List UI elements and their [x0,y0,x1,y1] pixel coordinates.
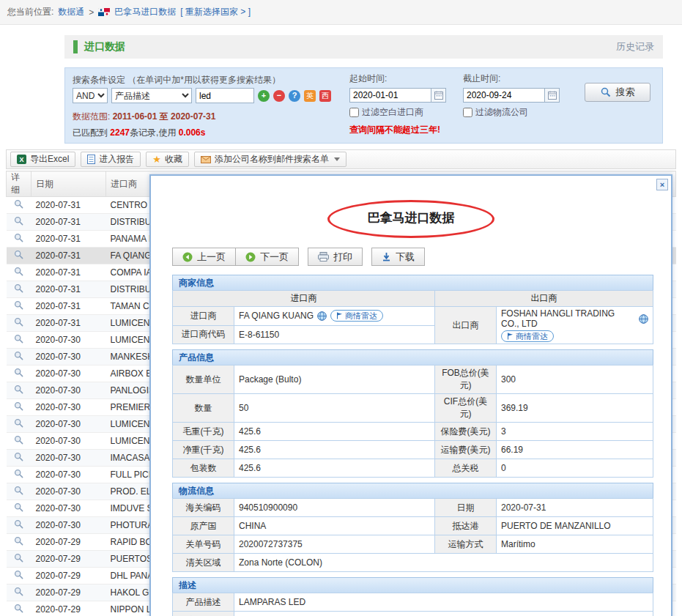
filter-blank-importer-checkbox[interactable] [349,108,359,117]
importer-name: FA QIANG KUANG [239,311,314,321]
reselect-country-link[interactable]: [ 重新选择国家 > ] [180,6,251,18]
row-detail-magnifier-icon[interactable] [14,267,23,276]
row-date: 2020-07-30 [31,500,106,517]
next-page-button[interactable]: 下一页 [235,248,299,266]
row-detail-magnifier-icon[interactable] [14,300,23,310]
field-label: 数量 [173,394,234,423]
keyword-input[interactable] [196,88,254,103]
next-page-label: 下一页 [260,251,289,264]
row-detail-magnifier-icon[interactable] [14,435,23,445]
caret-down-icon [334,157,340,161]
globe-icon[interactable] [639,314,648,324]
start-calendar-icon[interactable] [431,88,446,103]
flag-icon [507,333,514,340]
field-value: 50 [234,394,435,423]
matched-line: 已匹配到 2247条记录,使用 0.006s [73,127,205,139]
export-excel-button[interactable]: X 导出Excel [10,152,75,167]
search-field-select[interactable]: 产品描述 [111,88,192,103]
row-date: 2020-07-29 [31,534,106,551]
field-label: 清关区域 [173,554,234,572]
field-label: 关单号码 [173,535,234,554]
radar-badge[interactable]: 商情雷达 [501,330,554,342]
row-detail-magnifier-icon[interactable] [14,553,23,563]
row-detail-magnifier-icon[interactable] [14,486,23,495]
modal-close-button[interactable]: × [656,179,668,190]
add-to-email-button[interactable]: 添加公司名称到邮件搜索名单 [194,152,346,167]
logistics-section-header: 物流信息 [172,483,653,498]
row-date: 2020-07-30 [31,483,106,500]
search-button[interactable]: 搜索 [585,83,651,102]
row-date: 2020-07-30 [31,399,106,416]
breadcrumb: 您当前位置: 数据通 > 巴拿马进口数据 [ 重新选择国家 > ] [0,0,682,25]
row-detail-magnifier-icon[interactable] [14,233,23,242]
enter-report-label: 进入报告 [99,153,134,166]
importer-col-header: 进口商 [173,291,435,307]
row-detail-magnifier-icon[interactable] [14,250,23,259]
row-detail-magnifier-icon[interactable] [14,401,23,411]
description-table: 产品描述LAMPARAS LED编码描述 [172,593,653,616]
row-detail-magnifier-icon[interactable] [14,536,23,546]
start-date-input[interactable] [349,88,431,103]
prev-page-button[interactable]: 上一页 [172,248,236,266]
row-detail-magnifier-icon[interactable] [14,587,23,596]
row-date: 2020-07-31 [31,281,106,298]
globe-icon[interactable] [317,311,327,321]
row-detail-magnifier-icon[interactable] [14,283,23,293]
end-calendar-icon[interactable] [545,88,560,103]
results-toolbar: X 导出Excel 进入报告 ★ 收藏 添加公司名称到邮件搜索名单 [6,149,676,169]
importer-code-value: E-8-61150 [234,325,435,344]
detail-row: 海关编码940510900090日期2020-07-31 [173,499,653,517]
row-detail-magnifier-icon[interactable] [14,351,23,360]
remove-condition-icon[interactable]: − [273,90,285,102]
end-date-input[interactable] [463,88,545,103]
download-label: 下载 [396,251,415,264]
row-detail-magnifier-icon[interactable] [14,604,23,613]
end-date-group: 截止时间: [463,73,560,103]
matched-prefix: 已匹配到 [73,127,110,138]
add-condition-icon[interactable]: + [258,90,270,102]
breadcrumb-site-link[interactable]: 数据通 [58,6,84,18]
product-section-header: 产品信息 [172,349,653,365]
row-detail-magnifier-icon[interactable] [14,519,23,529]
prev-page-label: 上一页 [197,251,226,264]
row-detail-magnifier-icon[interactable] [14,216,23,226]
row-detail-magnifier-icon[interactable] [14,368,23,377]
field-value: 2020072737375 [234,535,435,554]
lang-en-button[interactable]: 英 [304,90,316,102]
row-detail-magnifier-icon[interactable] [14,199,23,209]
search-icon [601,87,611,97]
detail-row: 净重(千克)425.6运输费(美元)66.19 [173,441,653,459]
row-detail-magnifier-icon[interactable] [14,469,23,478]
row-date: 2020-07-31 [31,298,106,315]
row-detail-magnifier-icon[interactable] [14,502,23,512]
print-button[interactable]: 打印 [308,248,363,266]
start-date-label: 起始时间: [349,73,446,85]
row-detail-magnifier-icon[interactable] [14,334,23,344]
help-icon[interactable]: ? [289,90,300,102]
favorite-label: 收藏 [165,153,182,166]
breadcrumb-prefix: 您当前位置: [7,6,53,18]
exporter-label: 出口商 [435,307,497,344]
row-detail-magnifier-icon[interactable] [14,385,23,394]
description-section-header: 描述 [172,577,653,593]
row-detail-magnifier-icon[interactable] [14,317,23,327]
field-label: CIF总价(美元) [435,394,497,423]
accent-bar [73,40,78,53]
favorite-button[interactable]: ★ 收藏 [146,152,189,167]
enter-report-button[interactable]: 进入报告 [81,152,141,167]
lang-es-button[interactable]: 西 [319,90,331,102]
row-detail-magnifier-icon[interactable] [14,452,23,461]
radar-badge[interactable]: 商情雷达 [330,310,383,322]
field-label: 抵达港 [435,517,497,535]
field-label: 净重(千克) [173,441,234,459]
download-button[interactable]: 下载 [371,248,425,266]
logic-select[interactable]: AND [73,88,108,103]
field-value: 66.19 [497,441,653,459]
history-link[interactable]: 历史记录 [616,40,654,53]
breadcrumb-page-link[interactable]: 巴拿马进口数据 [114,6,176,18]
star-icon: ★ [152,155,161,164]
row-detail-magnifier-icon[interactable] [14,570,23,579]
filter-logistics-checkbox[interactable] [463,108,472,117]
exporter-col-header: 出口商 [435,291,653,307]
row-detail-magnifier-icon[interactable] [14,418,23,428]
